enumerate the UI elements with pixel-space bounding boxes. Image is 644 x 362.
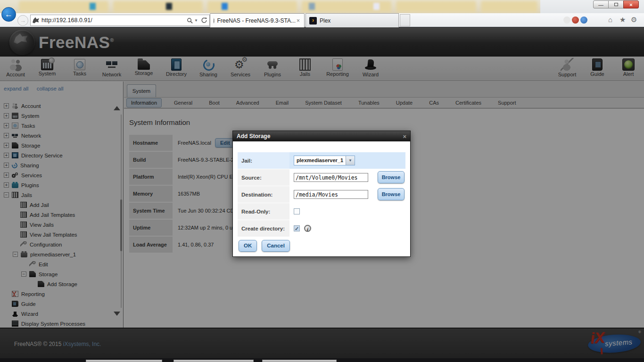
tab-freenas[interactable]: FreeNAS - FreeNAS-9.3-STA... × <box>210 13 305 27</box>
back-button[interactable]: ← <box>1 7 16 22</box>
cancel-button[interactable]: Cancel <box>262 240 290 252</box>
freenas-favicon <box>214 17 215 24</box>
tab-close-icon[interactable]: × <box>296 17 301 24</box>
create-directory-field-row: Create directory: ✓ i <box>238 220 405 237</box>
plex-favicon: › <box>309 17 317 25</box>
extension-icon[interactable] <box>580 16 587 24</box>
tab-freenas-title: FreeNAS - FreeNAS-9.3-STA... <box>217 17 296 24</box>
source-input[interactable] <box>294 173 368 182</box>
chevron-down-icon[interactable]: ▼ <box>346 156 355 165</box>
destination-browse-button[interactable]: Browse <box>378 188 405 200</box>
jail-field-row: Jail: plexmediaserver_1 ▼ <box>238 152 405 169</box>
maximize-button[interactable] <box>608 0 624 8</box>
bottom-edge-strip <box>0 358 644 362</box>
ok-button[interactable]: OK <box>239 240 257 252</box>
jail-select[interactable]: plexmediaserver_1 ▼ <box>294 156 355 165</box>
extension-icon[interactable] <box>563 16 570 24</box>
readonly-field-row: Read-Only: <box>238 203 405 220</box>
dialog-titlebar[interactable]: Add Storage × <box>233 131 410 141</box>
destination-input[interactable] <box>294 190 368 199</box>
blurred-taskbar-strip <box>0 0 644 13</box>
tab-plex-title: Plex <box>320 17 330 24</box>
settings-gear-icon[interactable]: ⚙ <box>631 16 637 24</box>
search-icon[interactable] <box>187 17 193 24</box>
source-field-row: Source: Browse <box>238 169 405 186</box>
destination-field-row: Destination: Browse <box>238 186 405 203</box>
home-icon[interactable]: ⌂ <box>608 16 612 24</box>
browser-chrome: ← → http://192.168.0.91/ ▼ FreeNAS - Fre… <box>0 13 644 27</box>
search-dropdown-icon[interactable]: ▼ <box>194 18 198 23</box>
close-window-button[interactable]: × <box>623 0 639 8</box>
window-controls: — × <box>593 0 640 8</box>
dialog-close-icon[interactable]: × <box>403 133 406 140</box>
create-directory-checkbox[interactable]: ✓ <box>294 225 300 231</box>
maximize-icon <box>614 3 618 6</box>
minimize-button[interactable]: — <box>593 0 609 8</box>
new-tab-button[interactable] <box>400 14 410 26</box>
dialog-title: Add Storage <box>237 133 270 140</box>
favorites-star-icon[interactable]: ★ <box>619 16 626 24</box>
add-storage-dialog: Add Storage × Jail: plexmediaserver_1 ▼ … <box>232 131 411 257</box>
info-icon: i <box>304 225 311 232</box>
extension-icon[interactable] <box>572 16 579 24</box>
readonly-checkbox[interactable] <box>294 208 300 214</box>
url-text[interactable]: http://192.168.0.91/ <box>41 17 184 24</box>
refresh-icon[interactable] <box>201 17 207 24</box>
site-favicon <box>33 17 39 24</box>
address-bar[interactable]: http://192.168.0.91/ ▼ <box>30 15 210 26</box>
tab-plex[interactable]: › Plex <box>305 13 399 27</box>
source-browse-button[interactable]: Browse <box>378 171 405 183</box>
forward-button[interactable]: → <box>17 15 28 26</box>
